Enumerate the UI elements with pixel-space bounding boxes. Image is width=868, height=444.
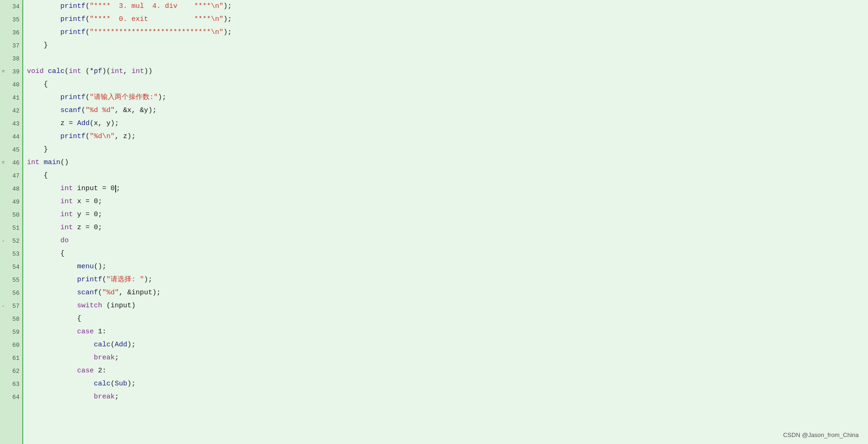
token-plain: z = 0; — [73, 221, 102, 234]
line-number: 51 — [7, 225, 22, 232]
token-plain: } — [27, 39, 48, 52]
code-line: menu(); — [27, 260, 868, 273]
gutter-row: 58 — [0, 312, 22, 325]
token-fn: printf — [60, 130, 85, 143]
code-line: printf("请选择: "); — [27, 273, 868, 286]
line-number: 49 — [7, 199, 22, 205]
line-number: 39 — [7, 68, 22, 75]
code-line: { — [27, 247, 868, 260]
token-kw: int — [60, 182, 73, 195]
gutter-row: 45 — [0, 143, 22, 156]
token-plain: { — [27, 78, 48, 91]
code-line: } — [27, 39, 868, 52]
gutter-row: =46 — [0, 156, 22, 169]
token-plain: ); — [223, 26, 232, 39]
token-plain — [27, 130, 60, 143]
fold-indicator[interactable]: = — [0, 69, 7, 74]
gutter-row: 35 — [0, 13, 22, 26]
gutter-row: 43 — [0, 117, 22, 130]
token-plain: ( — [111, 338, 115, 351]
code-line: int x = 0; — [27, 195, 868, 208]
token-plain: , & — [131, 104, 144, 117]
gutter-row: 62 — [0, 364, 22, 378]
line-number: 54 — [7, 264, 22, 271]
token-plain — [27, 351, 94, 364]
token-plain: , — [123, 65, 131, 78]
watermark: CSDN @Jason_from_China — [783, 431, 859, 438]
line-number: 62 — [7, 368, 22, 375]
gutter-row: 37 — [0, 39, 22, 52]
token-plain: ( — [85, 130, 90, 143]
line-number: 52 — [7, 238, 22, 245]
token-plain: ; — [115, 391, 119, 404]
token-plain — [44, 65, 48, 78]
token-plain: } — [27, 143, 48, 156]
code-line: { — [27, 169, 868, 182]
token-fn: printf — [60, 91, 85, 104]
line-number: 38 — [7, 55, 22, 62]
token-plain: (* — [81, 65, 94, 78]
token-plain: input = 0 — [73, 182, 115, 195]
token-plain — [27, 273, 77, 286]
line-number: 37 — [7, 42, 22, 49]
token-plain: { — [27, 247, 65, 260]
token-plain — [27, 391, 94, 404]
code-line: printf("****************************\n")… — [27, 26, 868, 39]
token-plain — [27, 221, 60, 234]
gutter-row: 48 — [0, 182, 22, 195]
code-line: { — [27, 78, 868, 91]
line-number: 55 — [7, 277, 22, 284]
token-plain: ; — [116, 182, 120, 195]
gutter-row: 60 — [0, 338, 22, 351]
code-line: switch (input) — [27, 299, 868, 312]
code-line: int input = 0; — [27, 182, 868, 195]
gutter-row: 49 — [0, 195, 22, 208]
gutter-row: 54 — [0, 260, 22, 273]
token-fn: calc — [48, 65, 65, 78]
fold-indicator[interactable]: - — [0, 238, 7, 244]
line-number: 40 — [7, 81, 22, 88]
token-plain: ); — [127, 378, 136, 391]
token-plain — [39, 156, 44, 169]
token-fn: printf — [77, 273, 102, 286]
code-line: calc(Add); — [27, 338, 868, 351]
code-line: calc(Sub); — [27, 378, 868, 391]
token-plain: { — [27, 312, 81, 325]
token-fn: scanf — [77, 286, 98, 299]
token-plain — [27, 0, 60, 13]
token-kw: break — [94, 391, 115, 404]
token-plain: { — [27, 169, 48, 182]
code-area[interactable]: printf("**** 3. mul 4. div ****\n"); pri… — [23, 0, 868, 444]
code-line: do — [27, 234, 868, 247]
token-plain — [27, 91, 60, 104]
token-plain: ( — [102, 273, 106, 286]
code-line: } — [27, 143, 868, 156]
line-number: 47 — [7, 172, 22, 179]
line-number: 58 — [7, 316, 22, 323]
gutter-row: 34 — [0, 0, 22, 13]
token-plain: )) — [144, 65, 152, 78]
fold-indicator[interactable]: = — [0, 160, 7, 166]
line-number: 53 — [7, 251, 22, 258]
gutter-row: -57 — [0, 299, 22, 312]
token-plain — [27, 299, 77, 312]
token-plain: ; — [115, 351, 119, 364]
code-line: z = Add(x, y); — [27, 117, 868, 130]
token-plain: ( — [85, 0, 90, 13]
token-str: "**** 3. mul 4. div ****\n" — [90, 0, 223, 13]
code-line — [27, 52, 868, 65]
gutter-row: -52 — [0, 234, 22, 247]
token-plain: )( — [102, 65, 111, 78]
token-plain: y = 0; — [73, 208, 102, 221]
fold-indicator[interactable]: - — [0, 303, 7, 309]
token-plain: 1: — [94, 325, 106, 338]
code-editor: 3435363738=39404142434445=464748495051-5… — [0, 0, 868, 444]
token-str: "%d" — [102, 286, 119, 299]
token-plain — [27, 260, 77, 273]
token-kw: do — [60, 234, 69, 247]
token-plain: x = 0; — [73, 195, 102, 208]
token-str: "%d %d" — [85, 104, 115, 117]
token-fn: Add — [115, 338, 127, 351]
line-number: 48 — [7, 186, 22, 192]
line-number: 64 — [7, 394, 22, 401]
